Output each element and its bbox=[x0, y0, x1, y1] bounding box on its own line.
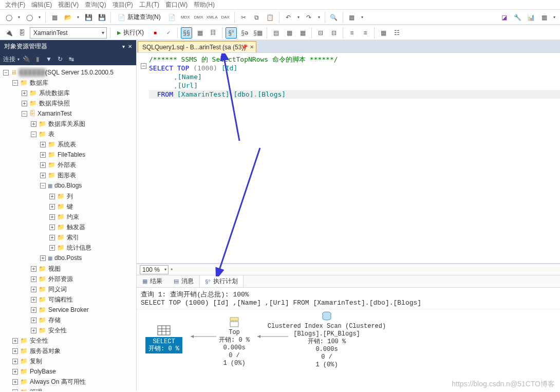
tree-replication[interactable]: 复制 bbox=[30, 358, 42, 365]
tree-cols[interactable]: 列 bbox=[67, 193, 73, 200]
parse-button[interactable]: ✓ bbox=[163, 27, 174, 39]
menu-help[interactable]: 帮助(H) bbox=[194, 1, 215, 9]
nav-back-button[interactable]: ◯ bbox=[3, 12, 14, 23]
results-to-text-button[interactable]: ▤ bbox=[270, 27, 282, 39]
disconnect-button[interactable]: 🔌 bbox=[22, 54, 31, 64]
connect-button[interactable]: 连接 bbox=[3, 55, 15, 64]
menu-file[interactable]: 文件(F) bbox=[5, 1, 25, 9]
database-combo[interactable]: XamarinTest bbox=[30, 27, 107, 39]
filter-button[interactable]: ▼ bbox=[44, 54, 53, 64]
tree-filetables[interactable]: FileTables bbox=[58, 151, 85, 158]
server-label[interactable]: (SQL Server 15.0.2000.5 bbox=[45, 69, 114, 76]
expander[interactable]: + bbox=[31, 318, 36, 323]
tree-stats[interactable]: 统计信息 bbox=[67, 244, 91, 251]
stop-button[interactable]: ▮ bbox=[33, 54, 42, 64]
registered-servers-button[interactable]: ▦ bbox=[538, 12, 550, 23]
trace-query-button[interactable]: ☷ bbox=[391, 27, 402, 39]
tree-graph[interactable]: 图形表 bbox=[58, 172, 76, 179]
expander[interactable]: + bbox=[40, 255, 46, 261]
save-all-button[interactable]: 💾 bbox=[96, 12, 107, 23]
expander[interactable]: + bbox=[31, 307, 36, 313]
menu-query[interactable]: 查询(Q) bbox=[85, 1, 106, 9]
object-explorer-tree[interactable]: −🖥██████(SQL Server 15.0.2000.5 −📁数据库 +📁… bbox=[0, 65, 136, 391]
include-client-stats-button[interactable]: §▦ bbox=[252, 27, 264, 39]
dropdown-arrow[interactable]: ▾ bbox=[16, 15, 22, 20]
nav-forward-button[interactable]: ◯ bbox=[24, 12, 35, 23]
tree-keys[interactable]: 键 bbox=[67, 203, 73, 210]
menu-view[interactable]: 视图(V) bbox=[58, 1, 79, 9]
comment-lines-button[interactable]: ⊟ bbox=[315, 27, 326, 39]
uncomment-lines-button[interactable]: ⊟ bbox=[328, 27, 340, 39]
tree-prog[interactable]: 可编程性 bbox=[48, 296, 73, 303]
mdx-button[interactable]: MDX bbox=[180, 12, 191, 23]
change-connection-button[interactable]: 🔌 bbox=[3, 27, 14, 39]
tree-constraints[interactable]: 约束 bbox=[67, 213, 79, 220]
tree-snapshots[interactable]: 数据库快照 bbox=[39, 100, 70, 107]
paste-button[interactable]: 📋 bbox=[265, 12, 276, 23]
tree-management[interactable]: 管理 bbox=[30, 388, 42, 391]
expander[interactable]: + bbox=[12, 369, 18, 375]
expander[interactable]: + bbox=[49, 194, 55, 199]
tree-databases[interactable]: 数据库 bbox=[30, 79, 48, 86]
dmx-button[interactable]: DMX bbox=[193, 12, 204, 23]
expander[interactable]: + bbox=[49, 225, 55, 230]
comment-button[interactable]: ▦ bbox=[346, 12, 358, 23]
find-button[interactable]: 🔍 bbox=[328, 12, 340, 23]
menu-tools[interactable]: 工具(T) bbox=[139, 1, 159, 9]
dropdown-arrow[interactable]: ▾ bbox=[17, 57, 20, 62]
include-live-stats-button[interactable]: §ə bbox=[239, 27, 250, 39]
expander[interactable]: − bbox=[40, 183, 46, 189]
results-to-file-button[interactable]: ▦ bbox=[297, 27, 308, 39]
new-file-button[interactable]: ▦ bbox=[49, 12, 60, 23]
tree-blogs[interactable]: dbo.Blogs bbox=[54, 182, 82, 189]
editor-tab[interactable]: SQLQuery1.sql - B...arinTest (sa (53)) 📌… bbox=[138, 41, 256, 52]
include-actual-plan-button[interactable]: §° bbox=[226, 27, 237, 39]
expander[interactable]: + bbox=[12, 338, 18, 344]
display-estimated-plan-button[interactable]: §§ bbox=[181, 27, 192, 39]
dropdown-arrow[interactable]: ▾ bbox=[76, 15, 81, 20]
tree-extres[interactable]: 外部资源 bbox=[48, 275, 73, 283]
tree-alwayson[interactable]: Always On 高可用性 bbox=[30, 378, 86, 385]
cancel-query-button[interactable]: ■ bbox=[150, 27, 161, 39]
expander[interactable]: + bbox=[12, 389, 18, 391]
menu-project[interactable]: 项目(P) bbox=[113, 1, 133, 9]
tree-tables[interactable]: 表 bbox=[48, 130, 54, 138]
settings-button[interactable]: 🔧 bbox=[512, 12, 523, 23]
save-button[interactable]: 💾 bbox=[83, 12, 94, 23]
tree-external[interactable]: 外部表 bbox=[58, 161, 76, 169]
tree-storage[interactable]: 存储 bbox=[48, 316, 61, 324]
expander[interactable]: + bbox=[22, 90, 27, 96]
expander[interactable]: − bbox=[22, 111, 27, 117]
open-file-button[interactable]: 📂 bbox=[62, 12, 73, 23]
intellisense-button[interactable]: 目 bbox=[208, 27, 219, 39]
expander[interactable]: + bbox=[22, 101, 27, 106]
expander[interactable]: − bbox=[31, 132, 36, 137]
expander[interactable]: + bbox=[49, 245, 55, 251]
expander[interactable]: + bbox=[31, 121, 36, 127]
tree-triggers[interactable]: 触发器 bbox=[67, 223, 85, 231]
expander[interactable]: + bbox=[40, 173, 46, 178]
menu-window[interactable]: 窗口(W) bbox=[165, 1, 188, 9]
tree-polybase[interactable]: PolyBase bbox=[30, 368, 56, 375]
menu-edit[interactable]: 编辑(E) bbox=[31, 1, 52, 9]
expander[interactable]: + bbox=[40, 142, 46, 147]
dropdown-arrow[interactable]: ▾ bbox=[37, 15, 42, 20]
expander[interactable]: + bbox=[49, 214, 55, 220]
plan-node-top[interactable]: Top 开销: 0 % 0.000s 0 / 1 (0%) bbox=[214, 316, 255, 367]
tree-sysdb[interactable]: 系统数据库 bbox=[39, 89, 70, 97]
tree-posts[interactable]: dbo.Posts bbox=[54, 254, 82, 262]
dropdown-arrow[interactable]: ▾ bbox=[316, 15, 322, 20]
sql-editor[interactable]: − /****** SSMS 的 SelectTopNRows 命令的脚本 **… bbox=[137, 53, 560, 264]
sync-button[interactable]: ↹ bbox=[67, 54, 76, 64]
undo-button[interactable]: ↶ bbox=[283, 12, 294, 23]
expander[interactable]: + bbox=[40, 162, 46, 168]
copy-button[interactable]: ⧉ bbox=[251, 12, 263, 23]
menu-bar[interactable]: 文件(F) 编辑(E) 视图(V) 查询(Q) 项目(P) 工具(T) 窗口(W… bbox=[0, 0, 560, 9]
tree-synonyms[interactable]: 同义词 bbox=[48, 286, 67, 293]
tree-security-server[interactable]: 安全性 bbox=[30, 337, 48, 344]
zoom-combo[interactable]: 100 % bbox=[140, 265, 169, 274]
expander[interactable]: − bbox=[12, 80, 18, 86]
xmla-button[interactable]: XMLA bbox=[207, 12, 218, 23]
expander[interactable]: + bbox=[31, 266, 36, 272]
new-query-button[interactable]: 📄 新建查询(N) bbox=[114, 12, 164, 23]
